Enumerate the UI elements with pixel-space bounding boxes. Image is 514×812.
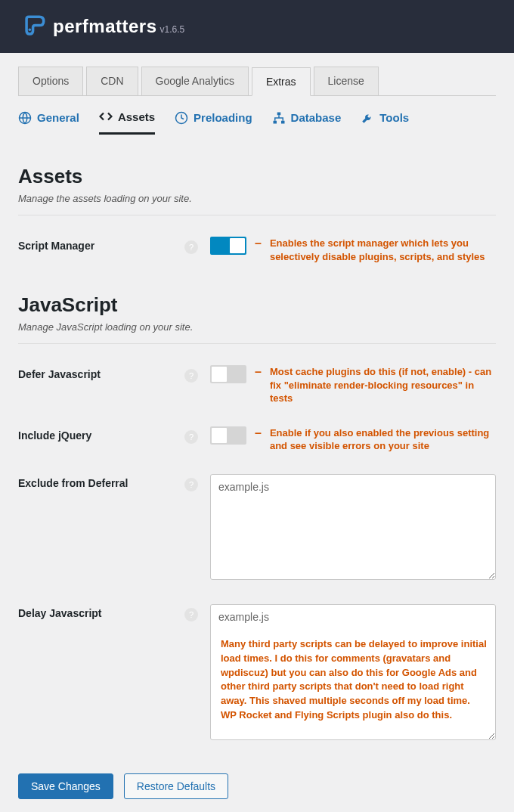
help-icon[interactable]: ? (184, 240, 198, 254)
subtab-assets-label: Assets (118, 110, 155, 123)
field-include-jquery: Include jQuery ? – Enable if you also en… (18, 426, 496, 453)
subtab-tools[interactable]: Tools (361, 110, 409, 135)
delay-js-label: Delay Javascript (18, 604, 184, 619)
subtab-general-label: General (37, 111, 79, 124)
app-header: perfmattersv1.6.5 (0, 0, 514, 53)
tab-license[interactable]: License (314, 67, 379, 95)
script-manager-toggle[interactable] (210, 237, 246, 255)
divider (18, 343, 496, 344)
exclude-deferral-label: Exclude from Deferral (18, 474, 184, 489)
section-assets-desc: Manage the assets loading on your site. (18, 193, 496, 204)
field-script-manager: Script Manager ? – Enables the script ma… (18, 237, 496, 263)
sub-tabs: General Assets Preloading Database Tools (18, 110, 496, 135)
section-js-title: JavaScript (18, 293, 496, 317)
perfmatters-logo-icon (21, 14, 47, 39)
code-icon (99, 110, 113, 123)
action-buttons: Save Changes Restore Defaults (18, 773, 496, 799)
include-jquery-toggle[interactable] (210, 426, 246, 445)
annotation-dash: – (255, 237, 262, 250)
subtab-tools-label: Tools (379, 111, 409, 124)
help-icon[interactable]: ? (184, 608, 198, 621)
svg-rect-3 (277, 112, 280, 115)
include-jquery-annotation: Enable if you also enabled the previous … (270, 426, 496, 453)
help-icon[interactable]: ? (184, 369, 198, 383)
defer-js-label: Defer Javascript (18, 365, 184, 380)
tab-analytics[interactable]: Google Analytics (141, 67, 249, 95)
annotation-dash: – (255, 426, 262, 440)
field-defer-js: Defer Javascript ? – Most cache plugins … (18, 365, 496, 405)
help-icon[interactable]: ? (184, 478, 198, 491)
globe-icon (18, 111, 32, 125)
sitemap-icon (272, 111, 286, 125)
clock-icon (175, 111, 188, 125)
save-button[interactable]: Save Changes (18, 773, 113, 799)
section-assets-title: Assets (18, 165, 496, 188)
wrench-icon (361, 111, 374, 125)
svg-rect-4 (273, 120, 277, 123)
subtab-preloading-label: Preloading (194, 111, 252, 124)
restore-button[interactable]: Restore Defaults (124, 773, 228, 799)
subtab-database[interactable]: Database (272, 110, 342, 135)
top-tabs: Options CDN Google Analytics Extras Lice… (18, 67, 496, 96)
include-jquery-label: Include jQuery (18, 426, 184, 442)
section-js-desc: Manage JavaScript loading on your site. (18, 321, 496, 333)
delay-js-input[interactable] (210, 604, 496, 740)
svg-rect-5 (281, 120, 285, 123)
field-exclude-deferral: Exclude from Deferral ? (18, 474, 496, 583)
subtab-assets[interactable]: Assets (99, 110, 155, 135)
subtab-database-label: Database (291, 111, 342, 124)
defer-js-annotation: Most cache plugins do this (if not, enab… (270, 365, 496, 405)
brand-name: perfmattersv1.6.5 (53, 16, 184, 37)
section-javascript: JavaScript Manage JavaScript loading on … (18, 293, 496, 743)
subtab-preloading[interactable]: Preloading (175, 110, 252, 135)
subtab-general[interactable]: General (18, 110, 79, 135)
tab-cdn[interactable]: CDN (86, 67, 138, 95)
exclude-deferral-input[interactable] (210, 474, 496, 580)
help-icon[interactable]: ? (184, 430, 198, 444)
tab-options[interactable]: Options (18, 67, 83, 95)
script-manager-annotation: Enables the script manager which lets yo… (270, 237, 496, 263)
divider (18, 215, 496, 215)
field-delay-js: Delay Javascript ? Many third party scri… (18, 604, 496, 743)
defer-js-toggle[interactable] (210, 365, 246, 383)
svg-point-0 (29, 28, 32, 31)
script-manager-label: Script Manager (18, 237, 184, 252)
section-assets: Assets Manage the assets loading on your… (18, 165, 496, 263)
tab-extras[interactable]: Extras (252, 67, 311, 96)
annotation-dash: – (255, 365, 262, 379)
